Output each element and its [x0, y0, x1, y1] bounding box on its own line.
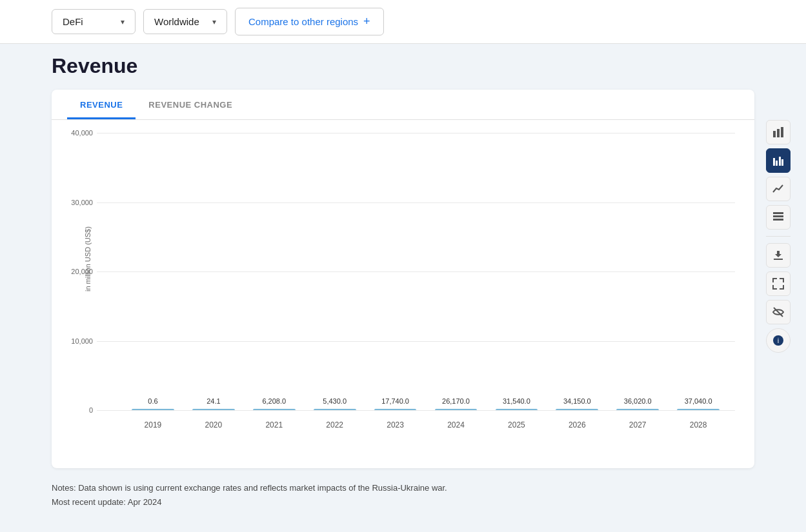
plus-icon: +	[363, 15, 370, 28]
bar-2022[interactable]	[314, 409, 356, 410]
compare-button[interactable]: Compare to other regions +	[235, 8, 384, 35]
bar-value-2024: 26,170.0	[442, 397, 470, 405]
svg-rect-2	[781, 127, 783, 137]
top-bar: DeFi ▾ Worldwide ▾ Compare to other regi…	[0, 0, 806, 44]
x-label-2025: 2025	[486, 420, 547, 429]
line-chart-btn[interactable]	[766, 177, 791, 201]
svg-rect-3	[773, 158, 775, 166]
bar-value-2026: 34,150.0	[563, 397, 591, 405]
tab-revenue[interactable]: REVENUE	[67, 90, 136, 119]
bar-chart-grouped-btn[interactable]	[766, 148, 791, 173]
table-btn[interactable]	[766, 205, 791, 230]
bar-group-2024: 26,170.0	[426, 397, 487, 410]
x-label-2027: 2027	[607, 420, 668, 429]
notes-section: Notes: Data shown is using current excha…	[0, 475, 806, 509]
y-tick-0: 0	[89, 406, 93, 414]
bar-2027[interactable]	[616, 409, 659, 410]
svg-rect-9	[773, 219, 783, 221]
chart-inner: 40,000 30,000 20,000 10,000 0	[97, 133, 735, 429]
bar-2019[interactable]	[132, 409, 174, 410]
category-dropdown[interactable]: DeFi ▾	[52, 9, 136, 34]
tabs: REVENUE REVENUE CHANGE	[52, 90, 754, 120]
bar-value-2019: 0.6	[148, 397, 157, 405]
download-btn[interactable]	[766, 243, 791, 268]
bar-value-2027: 36,020.0	[624, 397, 652, 405]
x-label-2019: 2019	[123, 420, 183, 429]
hide-btn[interactable]	[766, 300, 791, 324]
svg-rect-1	[777, 129, 780, 137]
page-title-bar: Revenue	[0, 44, 806, 83]
x-label-2024: 2024	[426, 420, 487, 429]
page-title: Revenue	[52, 54, 754, 78]
bar-2020[interactable]	[192, 409, 235, 410]
region-label: Worldwide	[154, 16, 199, 27]
category-chevron-icon: ▾	[121, 17, 125, 26]
expand-btn[interactable]	[766, 271, 791, 296]
region-chevron-icon: ▾	[212, 17, 216, 26]
tab-revenue-change[interactable]: REVENUE CHANGE	[136, 90, 245, 119]
x-label-2028: 2028	[668, 420, 729, 429]
notes-line2: Most recent update: Apr 2024	[52, 495, 754, 509]
x-axis-labels: 2019202020212022202320242025202620272028	[116, 420, 735, 429]
toolbar-divider-1	[766, 236, 791, 237]
bar-group-2027: 36,020.0	[607, 397, 668, 410]
bar-2026[interactable]	[556, 409, 598, 410]
x-label-2026: 2026	[547, 420, 607, 429]
bars-container: 0.624.16,208.05,430.017,740.026,170.031,…	[116, 133, 735, 410]
bar-value-2022: 5,430.0	[323, 397, 347, 405]
bar-group-2022: 5,430.0	[305, 397, 365, 410]
bar-group-2026: 34,150.0	[547, 397, 607, 410]
bar-value-2028: 37,040.0	[685, 397, 712, 405]
bar-group-2023: 17,740.0	[365, 397, 426, 410]
bar-chart-icon-btn[interactable]	[766, 120, 791, 144]
y-tick-10000: 10,000	[71, 337, 93, 345]
x-label-2021: 2021	[244, 420, 305, 429]
svg-text:i: i	[778, 337, 779, 344]
notes-line1: Notes: Data shown is using current excha…	[52, 481, 754, 495]
svg-rect-5	[779, 157, 781, 166]
bar-2021[interactable]	[253, 409, 296, 410]
svg-line-11	[774, 308, 783, 317]
bar-group-2028: 37,040.0	[668, 397, 729, 410]
x-label-2023: 2023	[365, 420, 426, 429]
svg-rect-4	[776, 161, 778, 166]
bar-value-2021: 6,208.0	[262, 397, 286, 405]
svg-rect-0	[773, 131, 776, 137]
svg-rect-6	[781, 159, 783, 166]
bar-2025[interactable]	[496, 409, 538, 410]
side-toolbar: i	[766, 120, 791, 353]
region-dropdown[interactable]: Worldwide ▾	[143, 9, 227, 34]
bar-group-2021: 6,208.0	[244, 397, 305, 410]
bar-2023[interactable]	[374, 409, 417, 410]
x-label-2020: 2020	[183, 420, 244, 429]
y-axis-label: in million USD (US$)	[84, 226, 92, 291]
bar-group-2020: 24.1	[183, 397, 244, 410]
svg-rect-10	[774, 259, 783, 260]
bar-group-2025: 31,540.0	[486, 397, 547, 410]
bar-group-2019: 0.6	[123, 397, 183, 410]
y-tick-40000: 40,000	[71, 129, 93, 137]
bar-value-2023: 17,740.0	[381, 397, 409, 405]
info-btn[interactable]: i	[766, 328, 791, 353]
bar-2028[interactable]	[677, 409, 720, 410]
category-label: DeFi	[63, 16, 83, 27]
svg-rect-8	[773, 215, 783, 217]
y-tick-20000: 20,000	[71, 268, 93, 275]
chart-area: in million USD (US$) 40,000 30,000 20,00…	[52, 120, 754, 455]
bar-value-2025: 31,540.0	[503, 397, 530, 405]
y-tick-30000: 30,000	[71, 199, 93, 206]
svg-rect-7	[773, 212, 783, 214]
x-label-2022: 2022	[305, 420, 365, 429]
bar-value-2020: 24.1	[207, 397, 220, 405]
chart-card: REVENUE REVENUE CHANGE in million USD (U…	[52, 90, 754, 468]
compare-label: Compare to other regions	[248, 16, 358, 27]
bar-2024[interactable]	[435, 409, 478, 410]
